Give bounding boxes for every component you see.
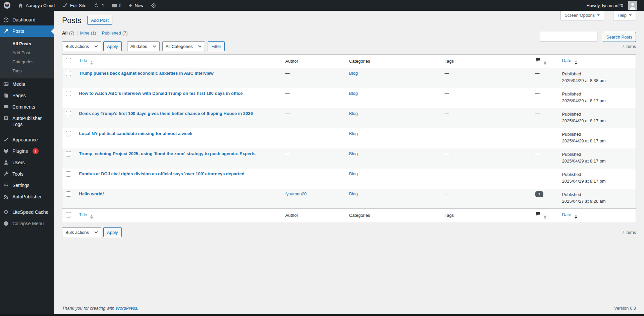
post-category-link[interactable]: Blog — [349, 191, 358, 196]
filter-button[interactable]: Filter — [208, 41, 225, 51]
row-checkbox[interactable] — [66, 151, 71, 156]
sidebar-item-autopublisher[interactable]: AutoPublisher — [0, 191, 54, 202]
updates-menu[interactable]: 1 — [90, 0, 108, 11]
new-content-menu[interactable]: + New — [125, 0, 147, 11]
update-icon — [94, 3, 99, 8]
sidebar-item-users[interactable]: Users — [0, 157, 54, 168]
post-title-link[interactable]: Exodus at DOJ civil rights division as o… — [79, 171, 245, 176]
bulk-actions-select[interactable]: Bulk actions — [62, 227, 101, 237]
comments-column-icon[interactable] — [535, 57, 541, 62]
wordpress-admin: W Aarogya Cloud Edit Site 1 0 + New Howd… — [0, 0, 644, 316]
admin-sidebar: Dashboard Posts All Posts Add Post Categ… — [0, 11, 54, 316]
post-category-link[interactable]: Blog — [349, 171, 358, 176]
help-label: Help — [618, 13, 627, 18]
sidebar-item-settings[interactable]: Settings — [0, 180, 54, 191]
table-row: How to watch ABC's interview with Donald… — [62, 88, 636, 108]
sort-by-date[interactable]: Date — [562, 212, 571, 217]
sidebar-item-media[interactable]: Media — [0, 78, 54, 90]
sidebar-item-posts[interactable]: Posts — [0, 25, 54, 37]
column-categories: Categories — [346, 55, 441, 68]
date-filter-select[interactable]: All dates — [127, 41, 160, 51]
sort-by-title[interactable]: Title — [79, 58, 87, 63]
view-all[interactable]: All — [62, 30, 68, 36]
row-checkbox[interactable] — [66, 131, 71, 136]
post-category-link[interactable]: Blog — [349, 151, 358, 156]
post-title-link[interactable]: Trump pushes back against economic anxie… — [79, 71, 214, 76]
sort-by-title[interactable]: Title — [79, 212, 87, 217]
search-posts-button[interactable]: Search Posts — [603, 32, 636, 42]
litespeed-toolbar-menu[interactable] — [147, 0, 161, 11]
submenu-all-posts[interactable]: All Posts — [0, 39, 54, 48]
view-mine[interactable]: Mine — [80, 30, 90, 36]
select-all-checkbox[interactable] — [66, 58, 71, 63]
submenu-tags[interactable]: Tags — [0, 66, 54, 75]
admin-bar-right: Howdy, fysuman20 — [583, 0, 644, 11]
row-checkbox[interactable] — [66, 111, 71, 116]
apply-button[interactable]: Apply — [103, 41, 122, 51]
search-input[interactable] — [540, 32, 597, 42]
apply-button[interactable]: Apply — [103, 227, 122, 237]
sidebar-item-appearance[interactable]: Appearance — [0, 134, 54, 145]
row-checkbox[interactable] — [66, 191, 71, 197]
view-published[interactable]: Published — [102, 30, 121, 36]
post-tags: — — [445, 91, 449, 96]
sidebar-item-autopublisher-logs[interactable]: AutoPublisher Logs — [0, 113, 54, 130]
sort-by-date[interactable]: Date — [562, 58, 571, 63]
category-filter-select[interactable]: All Categories — [162, 41, 205, 51]
comments-column-icon[interactable] — [535, 211, 541, 216]
my-account-menu[interactable]: Howdy, fysuman20 — [583, 0, 641, 11]
sidebar-item-comments[interactable]: Comments — [0, 101, 54, 113]
separator — [99, 31, 99, 36]
sidebar-item-litespeed-cache[interactable]: LiteSpeed Cache — [0, 206, 54, 218]
row-checkbox[interactable] — [66, 171, 71, 177]
sidebar-label: AutoPublisher — [12, 194, 42, 200]
post-title-link[interactable]: Dems say Trump's first 100 days gives th… — [79, 111, 253, 116]
screen-meta-links: Screen Options Help — [560, 11, 636, 20]
howdy-label: Howdy, fysuman20 — [586, 3, 623, 8]
edit-site-link[interactable]: Edit Site — [58, 0, 90, 11]
sidebar-label: Dashboard — [12, 17, 36, 23]
post-category-link[interactable]: Blog — [349, 131, 358, 136]
posts-table-body: Trump pushes back against economic anxie… — [62, 68, 636, 209]
comments-menu[interactable]: 0 — [108, 0, 125, 11]
submenu-categories[interactable]: Categories — [0, 57, 54, 66]
collapse-menu-button[interactable]: Collapse Menu — [0, 218, 54, 229]
wordpress-link[interactable]: WordPress — [116, 306, 137, 311]
post-comments: 1 — [535, 191, 543, 196]
row-checkbox[interactable] — [66, 91, 71, 96]
post-title-link[interactable]: Trump, echoing Project 2025, using 'floo… — [79, 151, 256, 156]
add-post-button[interactable]: Add Post — [87, 16, 112, 25]
post-status: Published — [562, 112, 581, 117]
comment-count-bubble[interactable]: 1 — [535, 191, 543, 197]
wp-logo-menu[interactable]: W — [0, 0, 14, 11]
sort-arrows-icon — [575, 215, 577, 219]
post-title-link[interactable]: How to watch ABC's interview with Donald… — [79, 91, 243, 96]
sidebar-label: Collapse Menu — [12, 220, 44, 227]
post-category-link[interactable]: Blog — [349, 91, 358, 96]
edit-site-label: Edit Site — [70, 3, 86, 8]
post-title-link[interactable]: Local NY political candidate missing for… — [79, 131, 193, 136]
view-all-count: (7) — [69, 30, 74, 36]
sidebar-item-tools[interactable]: Tools — [0, 168, 54, 180]
submenu-add-post[interactable]: Add Post — [0, 48, 54, 57]
post-author[interactable]: fysuman20 — [285, 191, 307, 196]
post-category-link[interactable]: Blog — [349, 111, 358, 116]
post-title-link[interactable]: Hello world! — [79, 191, 104, 196]
items-count: 7 items — [622, 44, 636, 49]
sidebar-item-plugins[interactable]: Plugins 1 — [0, 145, 54, 157]
sidebar-item-pages[interactable]: Pages — [0, 90, 54, 101]
table-row: Dems say Trump's first 100 days gives th… — [62, 108, 636, 128]
menu-separator — [0, 202, 54, 206]
row-checkbox[interactable] — [66, 71, 71, 76]
collapse-icon — [3, 220, 9, 227]
sidebar-item-dashboard[interactable]: Dashboard — [0, 14, 54, 25]
bulk-actions-select[interactable]: Bulk actions — [62, 41, 101, 51]
screen-options-tab[interactable]: Screen Options — [560, 11, 604, 20]
pushpin-icon — [3, 28, 9, 34]
site-name-menu[interactable]: Aarogya Cloud — [14, 0, 58, 11]
post-category-link[interactable]: Blog — [349, 71, 358, 76]
sidebar-label: Comments — [12, 104, 35, 110]
help-tab[interactable]: Help — [613, 11, 636, 20]
post-tags: — — [445, 111, 449, 116]
select-all-checkbox[interactable] — [66, 212, 71, 217]
